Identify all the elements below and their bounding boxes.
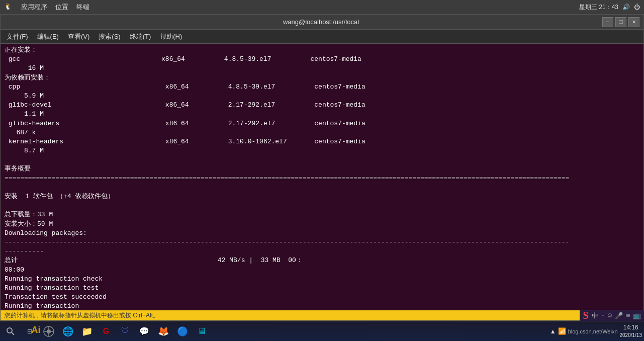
input-method-label[interactable]: 中 (592, 311, 598, 320)
term-line: 事务概要 (5, 164, 639, 174)
power-icon[interactable]: ⏻ (634, 4, 640, 11)
maximize-button[interactable]: □ (615, 17, 626, 27)
emoji-icon[interactable]: ☺ (608, 312, 612, 319)
terminal-window: wang@localhost:/usr/local － □ ✕ 文件(F) 编辑… (0, 14, 644, 321)
menu-bar: 文件(F) 编辑(E) 查看(V) 搜索(S) 终端(T) 帮助(H) (1, 30, 643, 44)
term-line: 正在安装： (5, 46, 639, 55)
display-icon[interactable]: 📺 (633, 312, 641, 320)
term-line: 687 k (5, 128, 639, 137)
date-label: 2020/1/13 (620, 332, 642, 338)
vm-notice: 您的计算机，请将鼠标指针从虚拟机中移出或按 Ctrl+Alt。 (1, 310, 643, 320)
window-controls: － □ ✕ (602, 17, 639, 27)
time-label: 14:16 (620, 324, 642, 332)
ai-label: Ai (22, 319, 50, 341)
tray-area: 📶 blog.csdn.net/Weixn (558, 327, 618, 335)
close-button[interactable]: ✕ (628, 17, 639, 27)
unknown-icon1[interactable]: G (98, 323, 115, 340)
term-line: 安装 1 软件包 （+4 依赖软件包） (5, 192, 639, 201)
menu-help[interactable]: 帮助(H) (156, 31, 186, 42)
term-line (5, 201, 639, 210)
separator-line: ========================================… (5, 174, 639, 183)
term-line: 总下载量：33 M (5, 210, 639, 219)
menu-search[interactable]: 搜索(S) (95, 31, 124, 42)
term-line: 为依赖而安装： (5, 73, 639, 82)
term-line: Downloading packages: (5, 229, 639, 238)
title-bar: wang@localhost:/usr/local － □ ✕ (1, 15, 643, 30)
taskbar-right: ▲ 📶 blog.csdn.net/Weixn 14:16 2020/1/13 (550, 324, 642, 338)
firefox-icon[interactable]: 🦊 (155, 323, 172, 340)
term-line: kernel-headers x86_64 3.10.0-1062.el7 ce… (5, 137, 639, 146)
dot-icon: · (601, 312, 605, 319)
term-line: 1.1 M (5, 110, 639, 119)
svg-point-0 (7, 328, 12, 333)
term-line: Transaction test succeeded (5, 293, 639, 302)
system-bar: 🐧 应用程序 位置 终端 星期三 21：43 🔊 ⏻ (0, 0, 644, 14)
term-line: 安装大小：59 M (5, 220, 639, 229)
shield-icon[interactable]: 🛡 (117, 323, 134, 340)
files-icon[interactable]: 📁 (78, 323, 96, 340)
system-bar-right: 星期三 21：43 🔊 ⏻ (579, 3, 640, 12)
chrome-icon[interactable]: 🔵 (174, 323, 191, 340)
sogou-icon[interactable]: S (583, 310, 588, 321)
window-title: wang@localhost:/usr/local (40, 18, 602, 26)
app-icon: 🐧 (4, 3, 13, 12)
term-line: 8.7 M (5, 146, 639, 155)
term-line: Running transaction (5, 302, 639, 310)
wechat-icon[interactable]: 💬 (136, 323, 153, 340)
term-line: 总计 42 MB/s | 33 MB 00： (5, 256, 639, 265)
network-icon[interactable]: 📶 (558, 327, 566, 335)
datetime-label: 星期三 21：43 (579, 3, 618, 12)
menu-file[interactable]: 文件(F) (3, 31, 32, 42)
separator-line: ---------- (5, 247, 639, 256)
term-line: cpp x86_64 4.8.5-39.el7 centos7-media (5, 82, 639, 92)
keyboard-icon[interactable]: ⌨ (626, 312, 630, 320)
volume-icon[interactable]: 🔊 (622, 4, 630, 11)
term-line: Running transaction test (5, 284, 639, 293)
mic-icon[interactable]: 🎤 (615, 312, 623, 320)
clock-display: 14:16 2020/1/13 (620, 324, 642, 338)
location-menu[interactable]: 位置 (55, 3, 68, 12)
separator-line: ----------------------------------------… (5, 238, 639, 247)
terminal-menu[interactable]: 终端 (76, 3, 89, 12)
term-line: Running transaction check (5, 275, 639, 284)
search-taskbar-icon[interactable] (2, 323, 19, 340)
term-line: glibc-devel x86_64 2.17-292.el7 centos7-… (5, 101, 639, 110)
menu-edit[interactable]: 编辑(E) (33, 31, 63, 42)
svg-line-1 (12, 332, 14, 335)
term-line: 16 M (5, 64, 639, 73)
term-line: glibc-headers x86_64 2.17-292.el7 centos… (5, 119, 639, 128)
taskbar: ⊞ 🌐 📁 G 🛡 💬 🦊 🔵 🖥 ▲ 📶 blog.csdn.net/Weix… (0, 321, 644, 341)
term-line (5, 183, 639, 192)
minimize-button[interactable]: － (602, 17, 613, 27)
expand-tray-icon[interactable]: ▲ (550, 328, 556, 335)
term-line: gcc x86_64 4.8.5-39.el7 centos7-media (5, 55, 639, 64)
term-line: 00:00 (5, 266, 639, 275)
screen-icon[interactable]: 🖥 (193, 323, 210, 340)
system-bar-left: 🐧 应用程序 位置 终端 (4, 3, 89, 12)
apps-menu[interactable]: 应用程序 (21, 3, 47, 12)
term-line: 5.9 M (5, 92, 639, 101)
term-line (5, 155, 639, 164)
browser-icon[interactable]: 🌐 (59, 323, 76, 340)
blog-label: blog.csdn.net/Weixn (568, 328, 618, 334)
terminal-content[interactable]: 正在安装： gcc x86_64 4.8.5-39.el7 centos7-me… (1, 44, 643, 310)
menu-view[interactable]: 查看(V) (64, 31, 94, 42)
menu-terminal[interactable]: 终端(T) (126, 31, 155, 42)
system-tray: S 中 · ☺ 🎤 ⌨ 📺 (580, 310, 644, 321)
